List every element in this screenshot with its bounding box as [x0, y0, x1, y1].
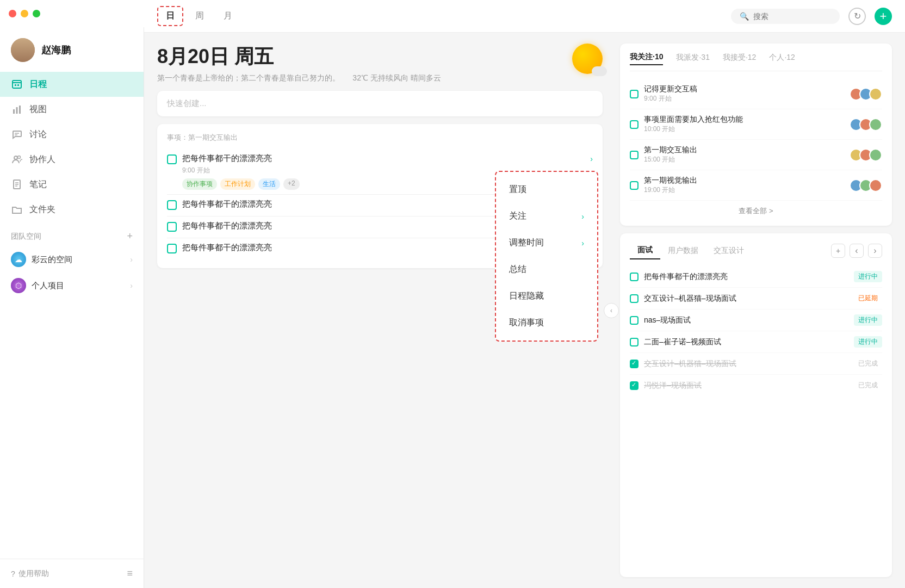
tag-more: +2 — [283, 178, 300, 190]
sidebar-item-notes[interactable]: 笔记 — [0, 172, 144, 197]
focus-avatars-3 — [850, 148, 882, 162]
tab-my-focus[interactable]: 我关注·10 — [630, 52, 663, 65]
close-button[interactable] — [9, 10, 16, 17]
svg-rect-4 — [13, 109, 15, 114]
proj-title-3: nas–现场面试 — [644, 315, 848, 325]
proj-checkbox-3[interactable] — [630, 316, 639, 325]
sidebar-item-collaborator[interactable]: 协作人 — [0, 147, 144, 172]
focus-section: 我关注·10 我派发·31 我接受·12 个人·12 记得更新交互稿 — [620, 44, 892, 226]
team-section-label: 团队空间 — [11, 232, 41, 242]
tab-month[interactable]: 月 — [216, 7, 240, 25]
sidebar-collapse-button[interactable]: ‹ — [604, 303, 619, 318]
tab-interview[interactable]: 面试 — [630, 242, 660, 259]
project-add-button[interactable]: + — [831, 244, 845, 258]
project-prev-button[interactable]: ‹ — [850, 244, 864, 258]
focus-checkbox-1[interactable] — [630, 90, 639, 98]
sidebar-item-discuss[interactable]: 讨论 — [0, 122, 144, 147]
task-checkbox-2[interactable] — [167, 200, 177, 210]
search-box[interactable]: 🔍 — [731, 9, 840, 24]
personal-label: 个人项目 — [32, 281, 64, 291]
avatar-image — [11, 38, 35, 62]
context-menu: 置顶 关注 › 调整时间 › 总结 — [495, 171, 598, 342]
question-icon: ? — [11, 570, 15, 578]
ctx-pin[interactable]: 置顶 — [496, 176, 597, 203]
maximize-button[interactable] — [33, 10, 40, 17]
focus-checkbox-2[interactable] — [630, 120, 639, 129]
sidebar-item-schedule[interactable]: 日程 — [0, 72, 144, 97]
sidebar-item-view[interactable]: 视图 — [0, 97, 144, 122]
weather-widget — [572, 44, 603, 74]
avatar-3 — [869, 88, 882, 101]
proj-item-4: 二面–崔子诺–视频面试 进行中 — [630, 331, 882, 353]
focus-avatars-2 — [850, 118, 882, 131]
help-link[interactable]: ? 使用帮助 — [11, 569, 49, 579]
quote-text: 第一个青春是上帝给的；第二个青春是靠自己努力的。 32℃ 无持续风向 晴间多云 — [157, 73, 441, 83]
focus-checkbox-4[interactable] — [630, 181, 639, 190]
tab-day[interactable]: 日 — [157, 6, 183, 26]
caiyun-icon: ☁ — [11, 252, 26, 267]
minimize-button[interactable] — [21, 10, 28, 17]
sidebar-item-caiyun[interactable]: ☁ 彩云的空间 › — [0, 246, 144, 273]
weather-cloud-icon — [592, 66, 607, 76]
ctx-time-arrow: › — [581, 239, 584, 247]
proj-item-5: 交互设计–机器猫–现场面试 已完成 — [630, 353, 882, 375]
view-all-button[interactable]: 查看全部 > — [630, 201, 882, 217]
quick-create-input[interactable]: 快速创建... — [157, 91, 603, 116]
tab-i-received[interactable]: 我接受·12 — [723, 53, 756, 65]
tag-plan: 工作计划 — [220, 178, 255, 190]
ctx-cancel[interactable]: 取消事项 — [496, 310, 597, 336]
user-name: 赵海鹏 — [41, 44, 71, 57]
task-checkbox-1[interactable] — [167, 154, 177, 164]
task-checkbox-3[interactable] — [167, 222, 177, 232]
avatar-9 — [869, 148, 882, 162]
proj-checkbox-5[interactable] — [630, 360, 639, 368]
task-more-button-1[interactable]: › — [590, 154, 593, 163]
proj-checkbox-6[interactable] — [630, 381, 639, 390]
topbar: 日 周 月 🔍 ↻ + — [144, 0, 905, 33]
window-controls — [0, 0, 144, 27]
task-checkbox-4[interactable] — [167, 244, 177, 253]
search-input[interactable] — [753, 12, 824, 21]
focus-title-3: 第一期交互输出 — [644, 145, 844, 155]
tab-personal[interactable]: 个人·12 — [769, 53, 795, 65]
search-icon: 🔍 — [740, 12, 749, 21]
sidebar-collaborator-label: 协作人 — [29, 154, 55, 165]
proj-checkbox-1[interactable] — [630, 273, 639, 281]
focus-avatars-1 — [850, 88, 882, 101]
tab-ux[interactable]: 交互设计 — [706, 243, 752, 259]
avatar — [11, 38, 35, 62]
ctx-summary[interactable]: 总结 — [496, 256, 597, 283]
content-area: 8月20日 周五 第一个青春是上帝给的；第二个青春是靠自己努力的。 32℃ 无持… — [144, 33, 905, 588]
team-add-button[interactable]: + — [127, 231, 133, 242]
menu-icon[interactable]: ≡ — [127, 568, 133, 579]
ctx-adjust-time[interactable]: 调整时间 › — [496, 230, 597, 256]
tab-i-assigned[interactable]: 我派发·31 — [676, 53, 709, 65]
project-next-button[interactable]: › — [868, 244, 882, 258]
status-badge-2: 已延期 — [854, 293, 882, 304]
focus-title-4: 第一期视觉输出 — [644, 176, 844, 185]
task-item-1: 把每件事都干的漂漂亮亮 9:00 开始 协作事项 工作计划 生活 +2 › — [167, 149, 593, 194]
add-button[interactable]: + — [875, 8, 892, 25]
chart-icon — [11, 103, 23, 115]
svg-rect-0 — [13, 81, 21, 88]
proj-title-4: 二面–崔子诺–视频面试 — [644, 337, 848, 347]
ctx-focus[interactable]: 关注 › — [496, 203, 597, 230]
avatar-6 — [869, 118, 882, 131]
notes-icon — [11, 178, 23, 190]
tag-collab: 协作事项 — [182, 178, 217, 190]
status-badge-1: 进行中 — [854, 271, 882, 282]
tab-user-data[interactable]: 用户数据 — [660, 243, 706, 259]
proj-checkbox-4[interactable] — [630, 338, 639, 346]
focus-item-3: 第一期交互输出 15:00 开始 — [630, 140, 882, 170]
focus-checkbox-3[interactable] — [630, 151, 639, 159]
tab-week[interactable]: 周 — [188, 7, 212, 25]
sidebar-item-personal[interactable]: ⬡ 个人项目 › — [0, 273, 144, 299]
proj-checkbox-2[interactable] — [630, 294, 639, 303]
proj-title-5: 交互设计–机器猫–现场面试 — [644, 359, 848, 369]
refresh-button[interactable]: ↻ — [848, 8, 866, 25]
ctx-focus-arrow: › — [581, 212, 584, 221]
weather-text: 32℃ 无持续风向 晴间多云 — [352, 73, 441, 82]
ctx-hide[interactable]: 日程隐藏 — [496, 283, 597, 310]
proj-title-1: 把每件事都干的漂漂亮亮 — [644, 272, 848, 282]
sidebar-item-folder[interactable]: 文件夹 — [0, 197, 144, 222]
